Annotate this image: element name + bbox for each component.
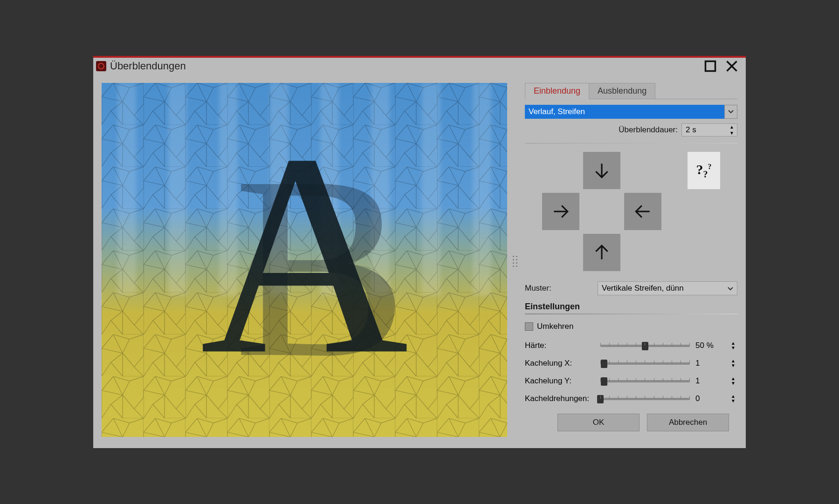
tilex-row: Kachelung X: 1 ▲▼: [525, 354, 737, 372]
spinner-buttons: ▲▼: [729, 394, 737, 403]
spinner-buttons: ▲▼: [729, 359, 737, 368]
divider: [525, 313, 737, 314]
spinner-down-icon[interactable]: ▼: [729, 399, 737, 403]
settings-title: Einstellungen: [525, 302, 737, 312]
pattern-row: Muster: Vertikale Streifen, dünn: [525, 281, 737, 295]
tiley-label: Kachelung Y:: [525, 376, 595, 386]
pattern-select[interactable]: Vertikale Streifen, dünn: [598, 281, 737, 295]
duration-spinner[interactable]: 2 s ▲ ▼: [681, 123, 737, 136]
spinner-buttons: ▲▼: [729, 376, 737, 386]
spinner-down-icon[interactable]: ▼: [729, 363, 737, 368]
dialog-footer: OK Abbrechen: [525, 408, 737, 440]
duration-label: Überblenddauer:: [619, 125, 678, 135]
tilex-label: Kachelung X:: [525, 359, 595, 368]
splitter-handle[interactable]: [513, 250, 519, 272]
dialog-window: Überblendungen B: [93, 56, 746, 448]
tabs: Einblendung Ausblendung: [525, 83, 737, 99]
direction-down-button[interactable]: [583, 152, 620, 189]
tiley-row: Kachelung Y: 1 ▲▼: [525, 372, 737, 390]
invert-checkbox[interactable]: Umkehren: [525, 322, 737, 331]
arrow-left-icon: [633, 202, 653, 221]
tiley-slider[interactable]: [600, 374, 690, 388]
hardness-slider[interactable]: [600, 339, 690, 353]
ok-button[interactable]: OK: [557, 414, 640, 431]
content-area: B A Einblendung Ausblendung Verlauf, Str…: [93, 75, 746, 448]
tiley-value: 1: [695, 376, 723, 386]
divider: [525, 143, 737, 143]
arrow-right-icon: [551, 202, 571, 221]
hardness-row: Härte: 50 % ▲▼: [525, 337, 737, 354]
tilerot-row: Kacheldrehungen: 0 ▲▼: [525, 390, 737, 408]
direction-left-button[interactable]: [624, 193, 661, 230]
chevron-down-icon: [728, 284, 733, 293]
svg-point-0: [98, 63, 104, 69]
direction-right-button[interactable]: [542, 193, 579, 230]
spinner-down-icon[interactable]: ▼: [729, 346, 737, 350]
tilex-slider[interactable]: [600, 356, 690, 370]
preview-letter-a: A: [200, 110, 409, 399]
duration-value: 2 s: [682, 125, 727, 135]
hardness-value: 50 %: [695, 341, 723, 350]
invert-label: Umkehren: [537, 322, 573, 331]
svg-rect-1: [706, 61, 715, 71]
direction-grid: ???: [525, 152, 737, 271]
cancel-button[interactable]: Abbrechen: [647, 414, 729, 431]
tilerot-value: 0: [695, 394, 723, 403]
transition-preview: B A: [102, 83, 507, 437]
chevron-down-icon[interactable]: [724, 105, 737, 119]
spinner-down-icon[interactable]: ▼: [727, 130, 737, 136]
tab-fade-in[interactable]: Einblendung: [525, 83, 589, 99]
tab-body: Verlauf, Streifen Überblenddauer: 2 s ▲ …: [525, 99, 737, 408]
direction-random-button[interactable]: ???: [688, 152, 720, 189]
pattern-value: Vertikale Streifen, dünn: [602, 284, 684, 293]
spinner-buttons: ▲ ▼: [727, 124, 737, 136]
window-title: Überblendungen: [110, 60, 704, 72]
question-mark-icon: ???: [696, 162, 712, 180]
duration-row: Überblenddauer: 2 s ▲ ▼: [525, 123, 737, 136]
arrow-up-icon: [592, 243, 612, 262]
close-button[interactable]: [725, 60, 738, 73]
spinner-down-icon[interactable]: ▼: [729, 381, 737, 386]
spinner-buttons: ▲▼: [729, 341, 737, 350]
direction-up-button[interactable]: [583, 234, 620, 271]
hardness-label: Härte:: [525, 341, 595, 350]
maximize-button[interactable]: [704, 60, 717, 73]
arrow-down-icon: [592, 161, 612, 180]
app-icon: [96, 61, 106, 71]
window-controls: [704, 60, 743, 73]
titlebar: Überblendungen: [93, 58, 746, 75]
spinner-up-icon[interactable]: ▲: [727, 124, 737, 130]
tilerot-slider[interactable]: [600, 392, 690, 406]
pattern-label: Muster:: [525, 284, 594, 293]
checkbox-box-icon: [525, 322, 533, 331]
settings-panel: Einblendung Ausblendung Verlauf, Streife…: [525, 83, 737, 440]
tilex-value: 1: [695, 359, 723, 368]
tilerot-label: Kacheldrehungen:: [525, 394, 595, 403]
tab-fade-out[interactable]: Ausblendung: [589, 83, 655, 99]
transition-type-select[interactable]: Verlauf, Streifen: [525, 105, 737, 119]
transition-type-value: Verlauf, Streifen: [525, 107, 724, 116]
